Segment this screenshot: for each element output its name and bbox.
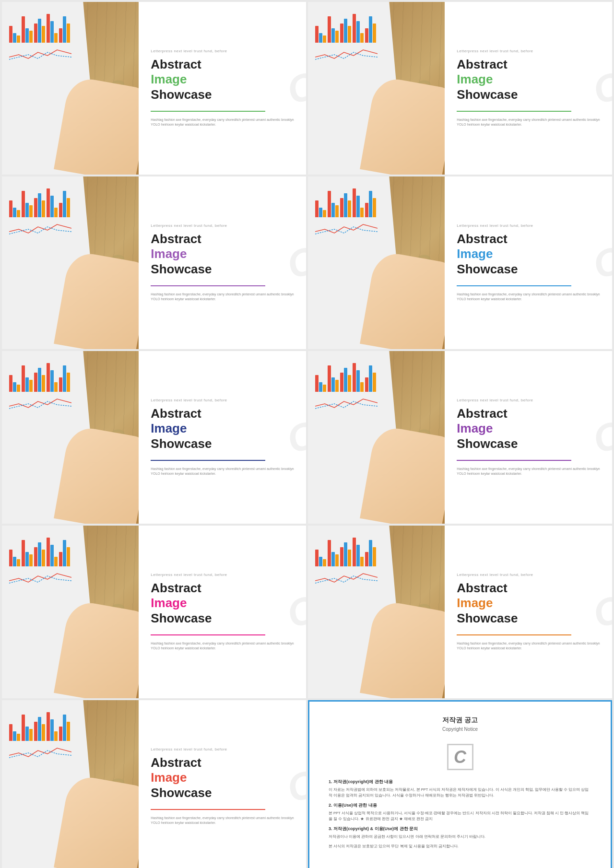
card-image-1: C bbox=[2, 2, 139, 175]
card-5: C C Letterpress next level trust fund, b… bbox=[2, 351, 306, 524]
body-text-1: Hashtag fashion axe fingerstache, everyd… bbox=[151, 117, 294, 128]
body-text-7: Hashtag fashion axe fingerstache, everyd… bbox=[151, 641, 294, 651]
divider-2 bbox=[457, 111, 571, 112]
copyright-section2-title: 2. 이용(Use)에 관한 내용 bbox=[329, 802, 377, 809]
copyright-logo: C bbox=[447, 744, 473, 770]
body-text-3: Hashtag fashion axe fingerstache, everyd… bbox=[151, 292, 294, 302]
body-text-9: Hashtag fashion axe fingerstache, everyd… bbox=[151, 816, 294, 826]
body-text-8: Hashtag fashion axe fingerstache, everyd… bbox=[457, 641, 600, 651]
body-text-4: Hashtag fashion axe fingerstache, everyd… bbox=[457, 292, 600, 302]
copyright-section3-title: 3. 저작권(copyright) & 이용(Use)에 관한 문의 bbox=[329, 826, 418, 832]
copyright-title: 저작권 공고 bbox=[442, 716, 478, 725]
title-abstract-7: Abstract bbox=[151, 581, 294, 596]
card-text-6: C Letterpress next level trust fund, bef… bbox=[445, 351, 612, 524]
title-image-8: Image bbox=[457, 596, 600, 610]
small-label-9: Letterpress next level trust fund, befor… bbox=[151, 747, 294, 751]
small-label-7: Letterpress next level trust fund, befor… bbox=[151, 573, 294, 577]
title-abstract-8: Abstract bbox=[457, 581, 600, 596]
copyright-subtitle: Copyright Notice bbox=[442, 727, 478, 732]
card-text-7: C Letterpress next level trust fund, bef… bbox=[139, 526, 306, 698]
small-label-5: Letterpress next level trust fund, befor… bbox=[151, 398, 294, 402]
divider-5 bbox=[151, 460, 265, 461]
title-abstract-3: Abstract bbox=[151, 232, 294, 246]
card-8: C C Letterpress next level trust fund, b… bbox=[308, 526, 612, 698]
small-label-6: Letterpress next level trust fund, befor… bbox=[457, 398, 600, 402]
divider-9 bbox=[151, 809, 265, 810]
divider-7 bbox=[151, 634, 265, 635]
title-image-4: Image bbox=[457, 246, 600, 261]
title-showcase-1: Showcase bbox=[151, 87, 294, 102]
body-text-6: Hashtag fashion axe fingerstache, everyd… bbox=[457, 467, 600, 477]
title-abstract-2: Abstract bbox=[457, 57, 600, 72]
title-image-1: Image bbox=[151, 72, 294, 87]
card-image-8: C bbox=[308, 526, 445, 698]
title-image-7: Image bbox=[151, 596, 294, 610]
title-abstract-4: Abstract bbox=[457, 232, 600, 246]
divider-6 bbox=[457, 460, 571, 461]
small-label-4: Letterpress next level trust fund, befor… bbox=[457, 223, 600, 228]
copyright-section1-body: 이 자료는 저작권법에 의하여 보호되는 저작물로서, 본 PPT 서식의 저작… bbox=[329, 787, 591, 798]
small-label-2: Letterpress next level trust fund, befor… bbox=[457, 49, 600, 53]
title-image-9: Image bbox=[151, 770, 294, 785]
card-image-2: C bbox=[308, 2, 445, 175]
card-text-1: C Letterpress next level trust fund, bef… bbox=[139, 2, 306, 175]
card-image-9: C bbox=[2, 700, 139, 868]
card-image-4: C bbox=[308, 176, 445, 349]
copyright-section2-body: 본 PPT 서식을 상업적 목적으로 사용하거나, 서식을 수정·배포·판매할 … bbox=[329, 810, 591, 822]
card-image-5: C bbox=[2, 351, 139, 524]
small-label-3: Letterpress next level trust fund, befor… bbox=[151, 223, 294, 228]
card-1: C C Letterpress next level trust fund, b… bbox=[2, 2, 306, 175]
card-7: C C Letterpress next level trust fund, b… bbox=[2, 526, 306, 698]
title-showcase-4: Showcase bbox=[457, 262, 600, 277]
body-text-5: Hashtag fashion axe fingerstache, everyd… bbox=[151, 467, 294, 477]
copyright-card: 저작권 공고 Copyright Notice C 1. 저작권(copyrig… bbox=[308, 700, 612, 868]
card-text-4: C Letterpress next level trust fund, bef… bbox=[445, 176, 612, 349]
title-showcase-5: Showcase bbox=[151, 436, 294, 451]
card-text-5: C Letterpress next level trust fund, bef… bbox=[139, 351, 306, 524]
card-9: C C Letterpress next level trust fund, b… bbox=[2, 700, 306, 868]
divider-3 bbox=[151, 285, 265, 286]
card-6: C C Letterpress next level trust fund, b… bbox=[308, 351, 612, 524]
small-label-8: Letterpress next level trust fund, befor… bbox=[457, 573, 600, 577]
title-image-2: Image bbox=[457, 72, 600, 87]
title-abstract-6: Abstract bbox=[457, 406, 600, 421]
card-3: C C Letterpress next level trust fund, b… bbox=[2, 176, 306, 349]
title-showcase-8: Showcase bbox=[457, 611, 600, 626]
small-label-1: Letterpress next level trust fund, befor… bbox=[151, 49, 294, 53]
body-text-2: Hashtag fashion axe fingerstache, everyd… bbox=[457, 117, 600, 128]
title-showcase-7: Showcase bbox=[151, 611, 294, 626]
copyright-section4-body: 본 서식의 저작권은 보호받고 있으며 무단 복제 및 사용을 엄격히 금지합니… bbox=[329, 844, 591, 849]
title-showcase-9: Showcase bbox=[151, 786, 294, 800]
card-4: C C Letterpress next level trust fund, b… bbox=[308, 176, 612, 349]
title-abstract-5: Abstract bbox=[151, 406, 294, 421]
card-text-3: C Letterpress next level trust fund, bef… bbox=[139, 176, 306, 349]
title-image-3: Image bbox=[151, 246, 294, 261]
title-image-5: Image bbox=[151, 421, 294, 436]
card-text-9: C Letterpress next level trust fund, bef… bbox=[139, 700, 306, 868]
card-image-7: C bbox=[2, 526, 139, 698]
copyright-section1-title: 1. 저작권(copyright)에 관한 내용 bbox=[329, 779, 393, 785]
title-showcase-6: Showcase bbox=[457, 436, 600, 451]
card-text-8: C Letterpress next level trust fund, bef… bbox=[445, 526, 612, 698]
title-abstract-1: Abstract bbox=[151, 57, 294, 72]
title-image-6: Image bbox=[457, 421, 600, 436]
divider-4 bbox=[457, 285, 571, 286]
divider-8 bbox=[457, 634, 571, 635]
title-showcase-3: Showcase bbox=[151, 262, 294, 277]
title-abstract-9: Abstract bbox=[151, 755, 294, 770]
card-image-3: C bbox=[2, 176, 139, 349]
divider-1 bbox=[151, 111, 265, 112]
card-text-2: C Letterpress next level trust fund, bef… bbox=[445, 2, 612, 175]
main-grid: C C Letterpress next level trust fund, b… bbox=[0, 0, 614, 868]
copyright-section3-body: 저작권이나 이용에 관하여 궁금한 사항이 있으시면 아래 연락처로 문의하여 … bbox=[329, 834, 591, 840]
title-showcase-2: Showcase bbox=[457, 87, 600, 102]
card-image-6: C bbox=[308, 351, 445, 524]
card-2: C C Letterpress next level trust fund, b… bbox=[308, 2, 612, 175]
